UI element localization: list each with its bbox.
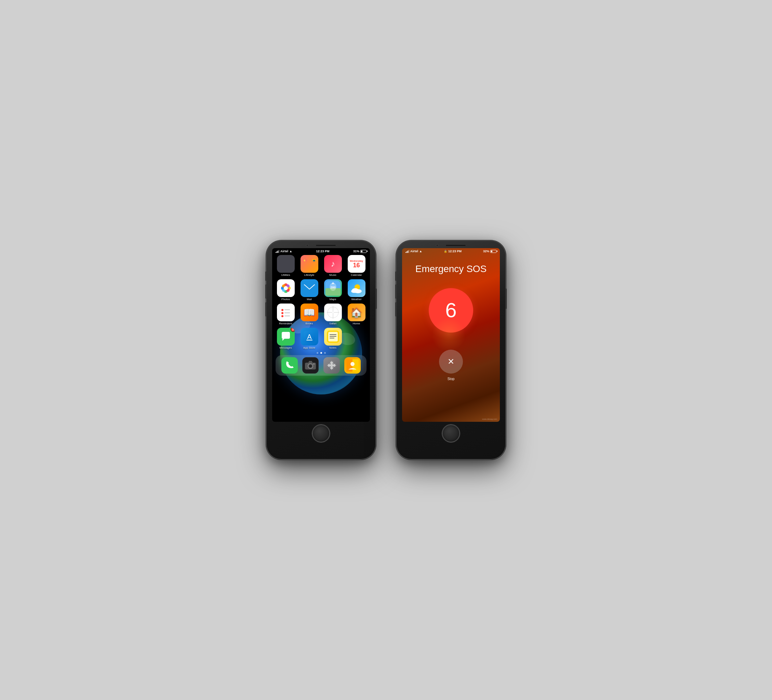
app-item-mail[interactable]: Mail [298, 279, 320, 301]
app-item-calendar[interactable]: Wednesday 16 Calendar [346, 255, 367, 276]
home-screen: Airtel ▲ 12:23 PM 31% [272, 248, 370, 422]
countdown-circle: 6 [429, 288, 473, 333]
notes-icon[interactable] [324, 328, 342, 346]
home-button-1[interactable] [312, 424, 330, 442]
svg-point-32 [332, 312, 334, 313]
books-icon[interactable]: 📖 [301, 303, 318, 321]
svg-point-50 [350, 362, 355, 366]
app-item-notes[interactable]: Notes [322, 328, 343, 349]
app-item-maps[interactable]: 280 Maps [322, 279, 343, 301]
app-item-utilities[interactable]: Utilities [275, 255, 296, 276]
app-item-books[interactable]: 📖 Books [298, 303, 320, 325]
silent-switch-2[interactable] [395, 271, 396, 281]
messages-label: Messages [279, 346, 292, 349]
emergency-status-center: 🔒 12:23 PM [444, 250, 461, 253]
countdown-number: 6 [445, 299, 456, 322]
reminders-label: Reminders [279, 322, 292, 325]
emergency-title: Emergency SOS [402, 254, 500, 281]
volume-down-button[interactable] [265, 302, 267, 317]
svg-rect-23 [285, 312, 290, 313]
messages-icon[interactable]: 3 [277, 328, 295, 346]
weather-label: Weather [351, 298, 361, 301]
appstore-icon[interactable]: A [301, 328, 318, 346]
svg-rect-25 [285, 315, 290, 317]
lock-icon-2: 🔒 [444, 250, 447, 253]
emergency-status-bar: Airtel ▲ 🔒 12:23 PM 32% [402, 248, 500, 254]
safari-icon[interactable] [324, 303, 342, 321]
notes-label: Notes [329, 346, 337, 349]
front-camera [306, 244, 309, 247]
front-camera-2 [436, 244, 438, 247]
svg-point-24 [281, 315, 283, 317]
lifestyle-icon[interactable]: ⭐ 📺 [301, 255, 318, 273]
photos-icon[interactable] [277, 279, 295, 297]
settings-icon[interactable] [324, 357, 340, 374]
watermark: www.desag.com [482, 418, 497, 420]
time-label: 12:23 PM [316, 250, 329, 253]
app-item-photos[interactable]: Photos [275, 279, 296, 301]
dock-settings[interactable] [324, 357, 340, 374]
volume-down-button-2[interactable] [395, 302, 396, 317]
svg-text:A: A [307, 333, 312, 340]
app-item-music[interactable]: ♪ Music [322, 255, 343, 276]
scene: Airtel ▲ 12:23 PM 31% [0, 0, 772, 700]
page-dots [272, 352, 370, 354]
maps-icon[interactable]: 280 [324, 279, 342, 297]
app-item-appstore[interactable]: A App Store [298, 328, 320, 349]
silent-switch[interactable] [265, 271, 267, 281]
status-right: 31% [353, 250, 366, 253]
lifestyle-label: Lifestyle [304, 273, 314, 276]
camera-icon[interactable] [302, 357, 319, 374]
home-button-2[interactable] [442, 424, 460, 442]
app-row-3: Reminders 📖 Books [272, 302, 370, 326]
signal-bars [276, 250, 279, 253]
app-item-weather[interactable]: Weather [346, 279, 367, 301]
volume-up-button[interactable] [265, 284, 267, 299]
wifi-icon-2: ▲ [419, 250, 422, 253]
books-label: Books [305, 322, 313, 325]
safari-label: Safari [329, 322, 337, 325]
utilities-label: Utilities [281, 273, 290, 276]
home-label: Home [353, 322, 360, 325]
power-button-2[interactable] [505, 289, 507, 309]
app-item-lifestyle[interactable]: ⭐ 📺 Lifestyle [298, 255, 320, 276]
earpiece-2 [445, 245, 466, 246]
status-bar: Airtel ▲ 12:23 PM 31% [272, 248, 370, 254]
utilities-icon[interactable] [277, 255, 295, 273]
wifi-icon: ▲ [289, 250, 292, 253]
phone1: Airtel ▲ 12:23 PM 31% [267, 241, 376, 459]
battery-percent-2: 32% [483, 250, 489, 253]
photos-label: Photos [281, 298, 290, 301]
app-row-4: 3 Messages [272, 326, 370, 351]
emergency-screen: Airtel ▲ 🔒 12:23 PM 32% Emer [402, 248, 500, 422]
app-item-messages[interactable]: 3 Messages [275, 328, 296, 349]
stop-label: Stop [402, 377, 500, 381]
dot-2 [321, 352, 322, 354]
battery-icon [360, 250, 366, 253]
svg-point-22 [281, 312, 283, 314]
dock-contacts[interactable] [344, 357, 361, 374]
reminders-icon[interactable] [277, 303, 295, 321]
contacts-icon[interactable] [344, 357, 361, 374]
app-item-safari[interactable]: Safari [322, 303, 343, 325]
dock-phone[interactable] [281, 357, 298, 374]
power-button[interactable] [376, 289, 377, 309]
home-icon[interactable]: 🏠 [348, 303, 365, 321]
mail-icon[interactable] [301, 279, 318, 297]
svg-point-46 [313, 363, 314, 365]
emergency-status-left: Airtel ▲ [406, 250, 422, 253]
svg-text:280: 280 [330, 286, 335, 289]
app-row-1: Utilities ⭐ 📺 Lifestyle [272, 254, 370, 278]
calendar-icon[interactable]: Wednesday 16 [348, 255, 365, 273]
dock-camera[interactable] [302, 357, 319, 374]
app-item-home[interactable]: 🏠 Home [346, 303, 367, 325]
time-label-2: 12:23 PM [448, 250, 461, 253]
stop-button[interactable]: ✕ [439, 350, 463, 374]
svg-rect-39 [330, 334, 337, 335]
music-icon[interactable]: ♪ [324, 255, 342, 273]
appstore-label: App Store [303, 346, 316, 349]
volume-up-button-2[interactable] [395, 284, 396, 299]
app-item-reminders[interactable]: Reminders [275, 303, 296, 325]
phone-icon[interactable] [281, 357, 298, 374]
weather-icon[interactable] [348, 279, 365, 297]
